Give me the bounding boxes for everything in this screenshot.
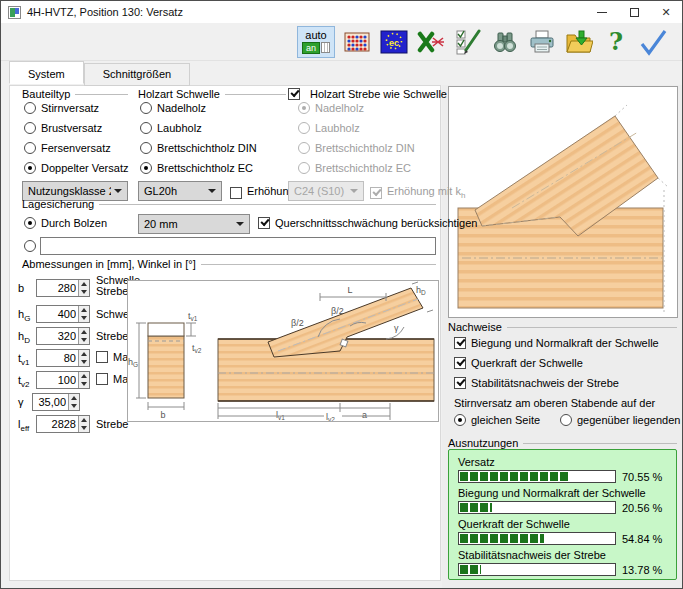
eurocode-button[interactable]: ec — [379, 27, 409, 57]
radio-schwelle-nadelholz[interactable]: Nadelholz — [140, 102, 206, 114]
edit-check-button[interactable] — [453, 27, 483, 57]
tab-bar: System Schnittgrößen — [9, 63, 190, 86]
svg-text:hD: hD — [416, 285, 426, 296]
auto-label: auto — [305, 30, 326, 41]
checkbox-biegung-normalkraft[interactable]: Biegung und Normalkraft der Schwelle — [454, 337, 659, 349]
dim-input-leff[interactable] — [36, 415, 90, 433]
spinner-down[interactable] — [79, 380, 89, 388]
radio-strebe-bsh-ec: Brettschichtholz EC — [298, 162, 411, 174]
results-panel: Nachweise Biegung und Normalkraft der Sc… — [442, 85, 683, 589]
minimize-icon — [597, 12, 607, 13]
print-button[interactable] — [527, 27, 557, 57]
title-bar[interactable]: 4H-HVTZ, Position 130: Versatz ✕ — [1, 1, 682, 23]
lagesicherung-custom-input[interactable] — [40, 237, 436, 255]
spinner-down[interactable] — [79, 336, 89, 344]
spinner-up[interactable] — [79, 306, 89, 314]
radio-gleiche-seite[interactable]: gleichen Seite — [454, 414, 540, 426]
progress-value: 20.56 % — [622, 502, 662, 514]
radio-gegenueber-seite[interactable]: gegenüber liegenden Seite — [560, 414, 683, 426]
delete-position-button[interactable] — [416, 27, 446, 57]
spinner-up[interactable] — [79, 372, 89, 380]
auto-an-toggle-button[interactable]: auto an — [297, 26, 335, 58]
utilization-biegung: Biegung und Normalkraft der Schwelle 20.… — [458, 487, 669, 514]
progress-value: 13.78 % — [622, 564, 662, 576]
delete-icon — [417, 29, 445, 55]
radio-icon — [298, 122, 310, 134]
dim-label-gamma: γ — [18, 396, 24, 408]
checkbox-stabilitaet[interactable]: Stabilitätsnachweis der Strebe — [454, 377, 619, 389]
radio-doppelter-versatz[interactable]: Doppelter Versatz — [24, 162, 128, 174]
dim-input-tv1[interactable] — [36, 349, 90, 367]
checkbox-icon — [370, 187, 382, 199]
confirm-button[interactable] — [638, 27, 668, 57]
checkbox-strebe-wie-schwelle[interactable]: Holzart Strebe wie Schwelle — [288, 88, 452, 100]
maximize-button[interactable] — [618, 1, 650, 23]
spinner-down[interactable] — [79, 424, 89, 432]
radio-schwelle-bsh-din[interactable]: Brettschichtholz DIN — [140, 142, 257, 154]
radio-icon — [298, 102, 310, 114]
radio-schwelle-laubholz[interactable]: Laubholz — [140, 122, 202, 134]
radio-stirnversatz[interactable]: Stirnversatz — [24, 102, 99, 114]
radio-brustversatz[interactable]: Brustversatz — [24, 122, 102, 134]
spinner-down[interactable] — [79, 288, 89, 296]
radio-icon — [24, 240, 36, 252]
dim-label-hg: hG — [18, 308, 30, 323]
radio-icon — [140, 122, 152, 134]
checkbox-querschnittsschwaechung[interactable]: Querschnittsschwächung berücksichtigen — [258, 217, 477, 229]
radio-fersenversatz[interactable]: Fersenversatz — [24, 142, 111, 154]
group-abmessungen: Abmessungen in [mm], Winkel in [°] — [22, 258, 436, 270]
bolt-diameter-dropdown[interactable]: 20 mm — [138, 214, 250, 234]
spinner-up[interactable] — [79, 350, 89, 358]
radio-lagesicherung-custom[interactable] — [24, 240, 36, 252]
radio-icon — [24, 142, 36, 154]
radio-icon — [24, 162, 36, 174]
help-button[interactable]: ? — [601, 27, 631, 57]
checkbox-icon — [96, 373, 108, 385]
close-button[interactable]: ✕ — [650, 1, 682, 23]
dim-label-tv2: tv2 — [18, 374, 30, 389]
tab-system[interactable]: System — [9, 61, 84, 84]
radio-strebe-nadelholz: Nadelholz — [298, 102, 364, 114]
search-button[interactable] — [490, 27, 520, 57]
save-button[interactable] — [564, 27, 594, 57]
spinner-up[interactable] — [69, 394, 79, 402]
dim-input-tv2[interactable] — [36, 371, 90, 389]
checkbox-icon — [230, 187, 242, 199]
progress-value: 70.55 % — [622, 471, 662, 483]
checkbox-icon — [454, 337, 466, 349]
dim-input-b[interactable] — [36, 279, 90, 297]
eurocode-icon: ec — [380, 29, 408, 55]
svg-text:hG: hG — [128, 357, 138, 368]
radio-durch-bolzen[interactable]: Durch Bolzen — [24, 217, 107, 229]
chevron-down-icon — [350, 189, 358, 193]
svg-text:lv2: lv2 — [326, 412, 335, 421]
radio-icon — [140, 142, 152, 154]
spinner-down[interactable] — [79, 314, 89, 322]
radio-icon — [24, 217, 36, 229]
spinner-up[interactable] — [79, 328, 89, 336]
confirm-check-icon — [638, 28, 668, 56]
progress-value: 54.84 % — [622, 533, 662, 545]
spinner-down[interactable] — [79, 358, 89, 366]
spinner-up[interactable] — [79, 416, 89, 424]
checkbox-icon — [258, 217, 270, 229]
tab-schnittgroessen[interactable]: Schnittgrößen — [84, 63, 190, 86]
dim-input-hd[interactable] — [36, 327, 90, 345]
binoculars-icon — [491, 29, 519, 55]
dim-input-gamma[interactable] — [32, 393, 80, 411]
radio-icon — [454, 414, 466, 426]
dim-input-hg[interactable] — [36, 305, 90, 323]
radio-schwelle-bsh-ec[interactable]: Brettschichtholz EC — [140, 162, 253, 174]
dim-label-hd: hD — [18, 330, 30, 345]
checkbox-querkraft[interactable]: Querkraft der Schwelle — [454, 357, 583, 369]
number-matrix-button[interactable] — [342, 27, 372, 57]
spinner-down[interactable] — [69, 402, 79, 410]
radio-icon — [560, 414, 572, 426]
an-label: an — [302, 42, 320, 54]
spinner-up[interactable] — [79, 280, 89, 288]
close-icon: ✕ — [661, 6, 670, 19]
svg-text:β/2: β/2 — [291, 318, 304, 328]
minimize-button[interactable] — [586, 1, 618, 23]
app-window: 4H-HVTZ, Position 130: Versatz ✕ auto an — [0, 0, 683, 589]
utilization-stabilitaet: Stabilitätsnachweis der Strebe 13.78 % — [458, 549, 669, 576]
